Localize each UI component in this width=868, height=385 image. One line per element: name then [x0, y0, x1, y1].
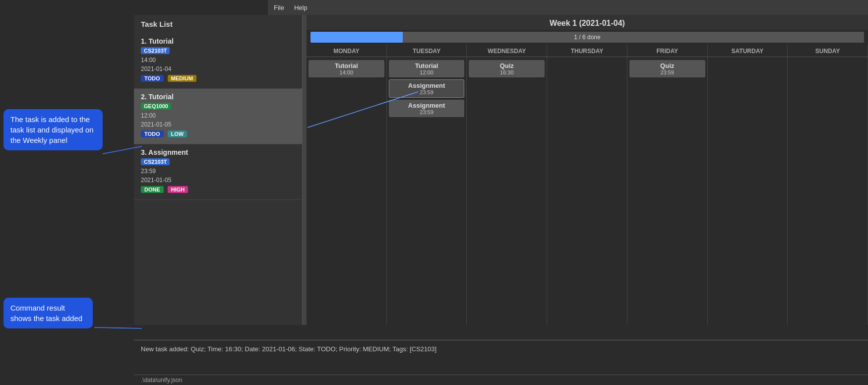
event-monday-tutorial-time: 14:00 [311, 69, 381, 75]
event-tuesday-tutorial-time: 12:00 [392, 69, 462, 75]
task-1-title: 1. Tutorial [141, 37, 295, 45]
day-header-thursday: THURSDAY [547, 45, 627, 57]
menu-help[interactable]: Help [294, 4, 308, 11]
top-section: Task List 1. Tutorial CS2103T 14:00 2021… [134, 0, 868, 325]
task-3-title: 3. Assignment [141, 148, 295, 156]
task-2-tags: GEQ1000 [141, 103, 295, 110]
day-col-friday: Quiz 23:59 [627, 57, 708, 325]
day-col-thursday [547, 57, 627, 325]
footer-bar: .\data\unify.json [134, 375, 868, 385]
day-header-wednesday: WEDNESDAY [467, 45, 547, 57]
event-tuesday-assignment-2[interactable]: Assignment 23:59 [389, 100, 465, 117]
task-2-status: TODO [141, 130, 164, 137]
event-wednesday-quiz-title: Quiz [472, 62, 542, 69]
task-2-date: 2021-01-05 [141, 120, 295, 129]
day-col-saturday [708, 57, 788, 325]
weekly-panel: Week 1 (2021-01-04) 1 / 6 done MONDAY TU… [307, 15, 868, 325]
day-header-sunday: SUNDAY [788, 45, 868, 57]
task-1-time: 14:00 [141, 56, 295, 64]
task-3-time: 23:59 [141, 167, 295, 176]
command-area: New task added: Quiz; Time: 16:30; Date:… [134, 340, 868, 375]
annotation-bubble-top: The task is added to the task list and d… [3, 109, 103, 150]
event-wednesday-quiz[interactable]: Quiz 16:30 [469, 60, 545, 77]
event-tuesday-assignment-1-time: 23:59 [392, 89, 461, 95]
day-header-friday: FRIDAY [627, 45, 708, 57]
task-3-badges: DONE HIGH [141, 186, 295, 193]
task-1-badges: TODO MEDIUM [141, 75, 295, 82]
task-3-priority: HIGH [168, 186, 188, 193]
task-list-header: Task List [134, 15, 302, 31]
event-tuesday-assignment-2-time: 23:59 [392, 109, 462, 115]
progress-area: 1 / 6 done [307, 30, 868, 45]
task-list-panel: Task List 1. Tutorial CS2103T 14:00 2021… [134, 15, 303, 325]
task-1-tags: CS2103T [141, 47, 295, 54]
event-tuesday-assignment-1[interactable]: Assignment 23:59 [389, 79, 465, 98]
day-col-sunday [788, 57, 868, 325]
task-2-priority: LOW [168, 130, 187, 137]
day-header-saturday: SATURDAY [708, 45, 788, 57]
event-friday-quiz-time: 23:59 [632, 69, 702, 75]
task-1-priority: MEDIUM [168, 75, 197, 82]
days-header: MONDAY TUESDAY WEDNESDAY THURSDAY FRIDAY… [307, 45, 868, 57]
event-tuesday-tutorial-title: Tutorial [392, 62, 462, 69]
task-3-tag: CS2103T [141, 158, 170, 165]
event-tuesday-assignment-2-title: Assignment [392, 102, 462, 109]
menu-bar: File Help [268, 0, 868, 15]
week-title: Week 1 (2021-01-04) [307, 15, 868, 30]
task-item-2[interactable]: 2. Tutorial GEQ1000 12:00 2021-01-05 TOD… [134, 89, 302, 144]
day-col-tuesday: Tutorial 12:00 Assignment 23:59 Assignme… [387, 57, 467, 325]
task-2-time: 12:00 [141, 111, 295, 120]
task-2-badges: TODO LOW [141, 130, 295, 137]
event-friday-quiz[interactable]: Quiz 23:59 [629, 60, 705, 77]
day-col-monday: Tutorial 14:00 [307, 57, 387, 325]
progress-text: 1 / 6 done [574, 34, 600, 41]
annotation-bubble-bottom: Command result shows the task added [3, 298, 93, 328]
progress-bar-fill [310, 32, 403, 43]
event-monday-tutorial[interactable]: Tutorial 14:00 [309, 60, 384, 77]
task-list-items: 1. Tutorial CS2103T 14:00 2021-01-04 TOD… [134, 31, 302, 325]
event-tuesday-tutorial[interactable]: Tutorial 12:00 [389, 60, 465, 77]
task-3-status: DONE [141, 186, 164, 193]
task-2-tag: GEQ1000 [141, 103, 171, 110]
task-3-tags: CS2103T [141, 158, 295, 165]
task-1-tag: CS2103T [141, 47, 170, 54]
command-text: New task added: Quiz; Time: 16:30; Date:… [141, 345, 861, 353]
divider-scrollbar[interactable] [303, 0, 307, 325]
footer-path: .\data\unify.json [141, 377, 182, 384]
task-1-status: TODO [141, 75, 164, 82]
event-tuesday-assignment-1-title: Assignment [392, 82, 461, 89]
event-wednesday-quiz-time: 16:30 [472, 69, 542, 75]
day-header-tuesday: TUESDAY [387, 45, 467, 57]
day-header-monday: MONDAY [307, 45, 387, 57]
task-3-date: 2021-01-05 [141, 176, 295, 185]
menu-file[interactable]: File [274, 4, 284, 11]
day-col-wednesday: Quiz 16:30 [467, 57, 547, 325]
days-body: Tutorial 14:00 Tutorial 12:00 Assignment… [307, 57, 868, 325]
task-item-3[interactable]: 3. Assignment CS2103T 23:59 2021-01-05 D… [134, 144, 302, 200]
progress-bar: 1 / 6 done [310, 32, 864, 43]
task-item-1[interactable]: 1. Tutorial CS2103T 14:00 2021-01-04 TOD… [134, 33, 302, 89]
task-2-title: 2. Tutorial [141, 93, 295, 101]
app-container: File Help Task List 1. Tutorial CS2103T … [134, 0, 868, 385]
task-1-date: 2021-01-04 [141, 64, 295, 73]
spacer [134, 325, 868, 340]
event-friday-quiz-title: Quiz [632, 62, 702, 69]
event-monday-tutorial-title: Tutorial [311, 62, 381, 69]
